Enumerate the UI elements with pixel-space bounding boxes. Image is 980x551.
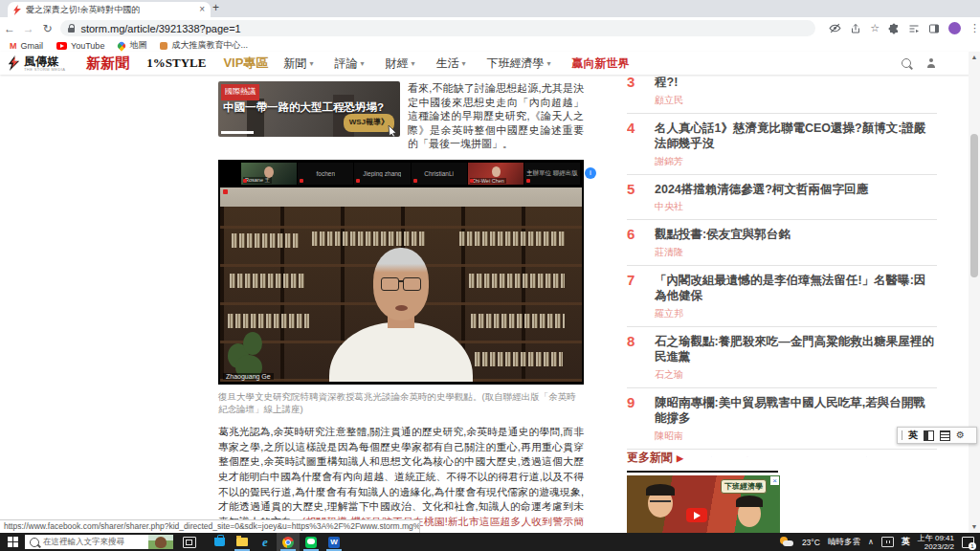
nav-finance[interactable]: 財經▾ [385,55,414,72]
page-scrollbar[interactable]: ▲ ▼ [969,52,980,533]
screen: 愛之深責之切!余英時對中國的 × + ← → ↻ storm.mg/articl… [0,0,980,551]
nav-after-work-economics[interactable]: 下班經濟學▾ [486,55,550,72]
participant-name: 主辦單位 聯經出版 [526,169,578,178]
side-panel-icon[interactable] [928,23,940,34]
brand-1style[interactable]: 1%STYLE [146,55,206,71]
bookmark-youtube[interactable]: YouTube [56,41,104,51]
nav-life[interactable]: 生活▾ [435,55,465,72]
chrome-icon [282,537,294,548]
trending-author[interactable]: 石之瑜 [655,368,937,382]
reading-list-icon[interactable] [908,23,920,34]
weather-sun-cloud-icon[interactable] [780,537,794,547]
padlock-icon [68,28,75,33]
password-eye-off-icon[interactable] [829,22,841,34]
trending-item[interactable]: 4 名人真心話1》慈濟竟比聯電CEO還操?顏博文:證嚴法師幾乎沒 謝錦芳 [627,114,937,175]
more-news-link[interactable]: 更多新聞 ▶ [627,450,683,466]
ime-tools-icon[interactable] [940,430,950,441]
trending-item[interactable]: 3 程?! 顧立民 [627,75,937,114]
ime-settings-gear-icon[interactable]: ⚙ [956,430,965,440]
ime-drag-handle[interactable] [902,430,902,440]
touch-keyboard-icon[interactable] [881,537,894,547]
ime-floating-bar[interactable]: 英 ⚙ [897,427,977,444]
tray-ime-language[interactable]: 英 [902,536,910,548]
search-icon[interactable] [902,58,911,68]
scroll-up-icon[interactable]: ▲ [969,52,980,63]
url-omnibox[interactable]: storm.mg/article/3921338?page=1 [60,20,815,36]
trending-item[interactable]: 7 「內閣改組最遺憾的是李伯璋無法留任!」名醫曝:因為他健保 羅立邦 [627,266,937,327]
trending-title[interactable]: 名人真心話1》慈濟竟比聯電CEO還操?顏博文:證嚴法師幾乎沒 [655,121,937,152]
search-doodle-groundhog[interactable] [148,535,173,549]
brand-vip-zone[interactable]: VIP專區 [223,55,268,72]
tray-clock[interactable]: 上午 09:41 2023/2/2 [918,534,954,551]
bookmark-gmail[interactable]: M Gmail [10,41,43,51]
taskbar-explorer-icon[interactable] [231,533,254,551]
back-icon[interactable]: ← [0,22,19,35]
profile-avatar[interactable] [948,22,961,34]
search-placeholder: 在這裡輸入文字來搜尋 [43,537,124,548]
taskbar-ie-icon[interactable]: e [254,533,277,551]
nav-opinion[interactable]: 評論▾ [334,55,364,72]
trending-item[interactable]: 6 觀點投書:侯友宜與郭台銘 莊清隆 [627,220,937,266]
scrollbar-thumb[interactable] [970,134,978,277]
browser-tab[interactable]: 愛之深責之切!余英時對中國的 × [8,2,211,17]
scroll-down-icon[interactable]: ▼ [969,521,980,533]
ad-banner[interactable]: 下班經濟學 × [627,475,780,533]
storm-logo[interactable]: 風傳媒 THE STORM MEDIA [8,55,65,72]
internet-explorer-icon: e [262,536,268,548]
trending-author[interactable]: 陳昭南 [655,430,937,443]
trending-author[interactable]: 顧立民 [655,94,937,107]
reload-icon[interactable]: ↻ [38,22,57,35]
bookmark-star-icon[interactable]: ☆ [870,23,880,33]
search-icon [30,538,39,547]
action-center-icon[interactable]: 1 [962,537,974,548]
taskbar-search-box[interactable]: 在這裡輸入文字來搜尋 [25,535,173,549]
nav-win-new-world[interactable]: 贏向新世界 [571,55,629,72]
taskbar-store-icon[interactable] [208,533,231,551]
speaker-video: Zhaoguang Ge [220,187,582,382]
user-account-icon[interactable] [926,58,936,68]
forward-icon[interactable]: → [19,22,38,35]
site-nav: 新聞▾ 評論▾ 財經▾ 生活▾ 下班經濟學▾ 贏向新世界 [283,55,629,72]
play-arrow-icon: ▶ [677,453,683,463]
wsj-video-widget[interactable]: 國際熱議 中國一帶一路的大型工程恐坍塌? WSJ報導》 [218,81,400,137]
trending-title[interactable]: 程?! [655,75,937,91]
wsj-report-button[interactable]: WSJ報導》 [344,114,394,132]
weather-temp[interactable]: 23°C [802,538,820,547]
chevron-down-icon: ▾ [461,59,465,68]
bookmark-ncku[interactable]: 成大推廣教育中心... [160,39,248,52]
brand-new7[interactable]: 新新聞 [86,55,129,73]
trending-title[interactable]: 2024搭擋賴清德參選?柯文哲兩個字回應 [655,182,937,198]
taskbar-chrome-icon[interactable] [277,533,300,551]
start-button[interactable] [0,537,25,547]
nav-news[interactable]: 新聞▾ [283,55,313,72]
trending-item[interactable]: 9 陳昭南專欄:美中貿易戰害中國人民吃草,若與台開戰能撐多 陳昭南 [627,388,937,450]
share-icon[interactable] [850,23,861,34]
ime-language-toggle[interactable]: 英 [908,430,918,440]
ad-close-icon[interactable]: × [770,476,779,485]
trending-author[interactable]: 羅立邦 [655,307,937,320]
trending-item[interactable]: 5 2024搭擋賴清德參選?柯文哲兩個字回應 中央社 [627,175,937,221]
trending-title[interactable]: 石之瑜觀點:養肥殺來吃—金門高粱能救出糖果屋裡的民進黨 [655,334,937,365]
new-tab-button[interactable]: + [212,1,219,14]
taskbar-line-icon[interactable] [300,533,323,551]
browser-address-bar: ← → ↻ storm.mg/article/3921338?page=1 ☆ … [0,17,980,40]
tab-close-icon[interactable]: × [199,5,205,14]
trending-author[interactable]: 中央社 [655,200,937,213]
participant-tile: 主辦單位 聯經出版 [524,163,580,185]
bookmark-maps[interactable]: 地圖 [118,39,146,52]
trending-title[interactable]: 中國尚無必勝信心而避免全面開戰 專家認為封鎖台灣已是進行 [658,456,937,458]
browser-menu-dots-icon[interactable]: ⋮ [969,23,980,33]
task-view-icon[interactable] [183,537,196,548]
youtube-play-icon[interactable] [686,508,707,522]
trending-title[interactable]: 觀點投書:侯友宜與郭台銘 [655,227,937,243]
trending-item[interactable]: 8 石之瑜觀點:養肥殺來吃—金門高粱能救出糖果屋裡的民進黨 石之瑜 [627,327,937,388]
weather-desc[interactable]: 晴時多雲 [828,537,860,548]
taskbar-word-icon[interactable]: W [323,533,345,551]
trending-title[interactable]: 陳昭南專欄:美中貿易戰害中國人民吃草,若與台開戰能撐多 [655,395,937,427]
trending-author[interactable]: 莊清隆 [655,246,937,259]
trending-author[interactable]: 謝錦芳 [655,155,937,168]
ime-fullwidth-icon[interactable] [924,430,934,441]
extensions-puzzle-icon[interactable] [888,23,900,34]
trending-title[interactable]: 「內閣改組最遺憾的是李伯璋無法留任!」名醫曝:因為他健保 [655,273,937,304]
tray-chevron-up-icon[interactable]: ∧ [868,538,874,546]
